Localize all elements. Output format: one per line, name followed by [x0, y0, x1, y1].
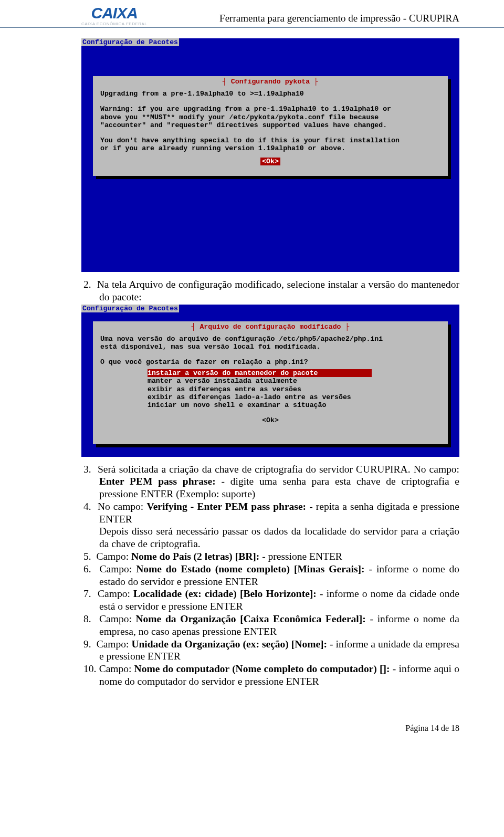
term2-title: Configuração de Pacotes — [81, 305, 179, 312]
step-7: 7. Campo: Localidade (ex: cidade) [Belo … — [81, 588, 459, 613]
terminal-screenshot-2: Configuração de Pacotes ┤ Arquivo de con… — [81, 305, 459, 457]
term1-info1: You don't have anything special to do if… — [100, 137, 440, 144]
term1-warn1: Warning: if you are upgrading from a pre… — [100, 105, 440, 113]
logo: CAIXA CAIXA ECONÔMICA FEDERAL — [81, 5, 147, 26]
term1-dialog: ┤ Configurando pykota ├ Upgrading from a… — [93, 76, 448, 176]
term1-line1: Upgrading from a pre-1.19alpha10 to >=1.… — [100, 90, 440, 98]
step-10: 10. Campo: Nome do computador (Nome comp… — [81, 663, 459, 688]
step-3: 3. Será solicitada a criação da chave de… — [81, 463, 459, 500]
term1-info2: or if you are already running version 1.… — [100, 144, 440, 152]
logo-subtext: CAIXA ECONÔMICA FEDERAL — [81, 22, 147, 26]
term2-question: O que você gostaria de fazer em relação … — [100, 358, 440, 366]
term2-menu-4[interactable]: exibir as diferenças lado-a-lado entre a… — [148, 393, 440, 401]
page-header: CAIXA CAIXA ECONÔMICA FEDERAL Ferramenta… — [0, 0, 504, 28]
step-2-num: 2. — [83, 279, 91, 290]
term2-l1: Uma nova versão do arquivo de configuraç… — [100, 335, 440, 343]
step-5: 5. Campo: Nome do País (2 letras) [BR]: … — [81, 550, 459, 563]
term2-menu-5[interactable]: iniciar um novo shell e examinar a situa… — [148, 401, 440, 409]
logo-text: CAIXA — [91, 5, 137, 21]
step-4: 4. No campo: Verifying - Enter PEM pass … — [81, 500, 459, 550]
step-2-text: Na tela Arquivo de configuração modifica… — [97, 279, 459, 302]
term1-ok-button[interactable]: <Ok> — [260, 158, 280, 165]
term1-warn2: above you **MUST** modify your /etc/pyko… — [100, 113, 440, 121]
term2-menu-3[interactable]: exibir as diferenças entre as versões — [148, 385, 440, 393]
term2-menu-2[interactable]: manter a versão instalada atualmente — [148, 377, 440, 385]
page-footer: Página 14 de 18 — [0, 709, 504, 744]
term2-dialog-title: Arquivo de configuração modificado — [200, 323, 341, 331]
term2-menu-1[interactable]: instalar a versão do mantenedor do pacot… — [148, 369, 372, 377]
step-2: 2. Na tela Arquivo de configuração modif… — [81, 278, 459, 304]
term2-l2: está disponível, mas sua versão local fo… — [100, 343, 440, 351]
step-9: 9. Campo: Unidade da Organização (ex: se… — [81, 638, 459, 663]
term1-dialog-title: Configurando pykota — [231, 78, 310, 86]
header-title: Ferramenta para gerenciamento de impress… — [219, 13, 459, 26]
terminal-screenshot-1: Configuração de Pacotes ┤ Configurando p… — [81, 38, 459, 272]
step-6: 6. Campo: Nome do Estado (nome completo)… — [81, 563, 459, 588]
term1-warn3: "accounter" and "requester" directives s… — [100, 121, 440, 129]
steps-list: 3. Será solicitada a criação da chave de… — [81, 463, 459, 688]
step-8: 8. Campo: Nome da Organização [Caixa Eco… — [81, 613, 459, 638]
term2-ok-button[interactable]: <Ok> — [262, 416, 279, 424]
term2-dialog: ┤ Arquivo de configuração modificado ├ U… — [93, 321, 448, 444]
term1-title: Configuração de Pacotes — [81, 38, 179, 46]
